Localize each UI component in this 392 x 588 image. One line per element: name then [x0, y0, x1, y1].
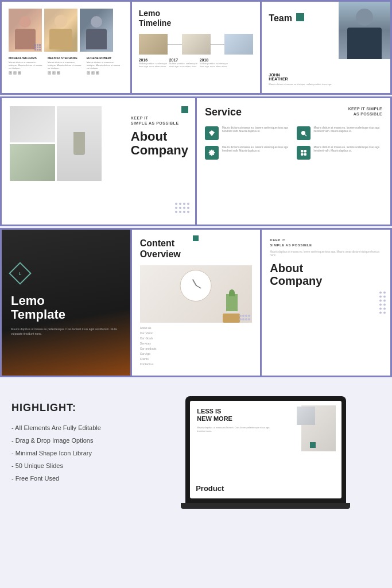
menu-item-products: Our products: [140, 347, 253, 350]
service-grid: Mauris dicitum at massa eu. laorere scel…: [205, 126, 382, 160]
social-tw[interactable]: t: [13, 71, 17, 75]
highlight-item-3-text: - Minimal Shape Icon Library: [11, 450, 92, 457]
highlight-section: HIGHLIGHT: - All Elements Are Fully Edit…: [0, 379, 392, 526]
service-item-1-text: Mauris dicitum at massa eu. laorere scel…: [222, 126, 291, 134]
screen-product-label: Product: [196, 484, 224, 493]
highlight-item-1-text: - All Elements Are Fully Editable: [11, 424, 101, 431]
timeline-card: LemoTimeline 2016 Nullam porttitor. scel…: [132, 2, 261, 93]
service-card: Service KEEP IT SIMPLEAS POSSIBLE Mauris…: [197, 98, 390, 225]
content-teal-square: [193, 235, 199, 241]
about-images: [10, 106, 102, 181]
menu-item-about: About us: [140, 326, 253, 330]
highlight-title: HIGHLIGHT:: [11, 402, 174, 414]
year-2018-desc: Nullam porttitor. scelerisque risus aga.…: [200, 62, 230, 68]
about-right-small: KEEP ITSIMPLE AS POSSIBLE: [270, 238, 382, 248]
service-item-1: Mauris dicitum at massa eu. laorere scel…: [205, 126, 291, 140]
person1-desc: Mauris dictum ut massa eu tristique. Mau…: [9, 61, 45, 70]
top-grid: MICHEAL WILLIAMS Mauris dictum ut massa …: [0, 0, 392, 95]
about-big-title: AboutCompany: [131, 130, 188, 157]
year-2018: 2018: [200, 58, 230, 62]
service-item-4-text: Mauris dicitum at massa eu. laorere scel…: [314, 146, 383, 153]
teal-accent-block: [296, 13, 304, 21]
social-fb[interactable]: f: [9, 71, 12, 75]
laptop-screen: LESS ISNEW MORE Mauris dapibus ut massa …: [190, 401, 341, 498]
laptop-frame: LESS ISNEW MORE Mauris dapibus ut massa …: [185, 396, 346, 503]
timeline-img3: [224, 34, 253, 55]
gear-icon: [205, 146, 219, 160]
person1-photo: [9, 9, 42, 52]
highlight-item-5: - Free Font Used: [11, 475, 174, 482]
service-item-2: Mauris dicitum at massa eu. laorere scel…: [297, 126, 383, 140]
service-item-2-text: Mauris dicitum at massa eu. laorere scel…: [314, 126, 383, 134]
highlight-left: HIGHLIGHT: - All Elements Are Fully Edit…: [11, 396, 174, 488]
svg-rect-4: [301, 153, 303, 156]
about-teal-square: [181, 106, 188, 113]
social-li3[interactable]: in: [96, 71, 99, 75]
lemo-desc: Mauris dapibus ut massa eu pellentesque.…: [11, 327, 121, 336]
lemo-letter: L: [19, 272, 21, 276]
search-icon: [297, 126, 311, 140]
social-li[interactable]: in: [18, 71, 21, 75]
lemo-dark-card: L LemoTemplate Mauris dapibus ut massa e…: [2, 230, 130, 376]
person3-name: EUGENE ROBERT: [87, 56, 123, 60]
year-2017-desc: Nullam porttitor. scelerisque risus aga.…: [169, 62, 200, 68]
year-2017: 2017: [169, 58, 200, 62]
about-small-text: KEEP ITSIMPLE AS POSSIBLE: [131, 115, 188, 127]
about-img3: [10, 144, 55, 181]
about-img1: [10, 106, 55, 143]
decorative-dots: [175, 203, 189, 213]
team-photos: [9, 9, 123, 52]
social-li2[interactable]: in: [57, 71, 60, 75]
person2-name: MELISSA STEPHANIE: [48, 56, 84, 60]
main-container: MICHEAL WILLIAMS Mauris dictum ut massa …: [0, 0, 392, 526]
highlight-list: - All Elements Are Fully Editable - Drag…: [11, 424, 174, 482]
team-members-card: MICHEAL WILLIAMS Mauris dictum ut massa …: [2, 2, 130, 93]
timeline-title: LemoTimeline: [139, 9, 254, 28]
content-menu: About us Our Vision Our Goals Services O…: [140, 326, 253, 366]
year-2016: 2016: [139, 58, 169, 62]
social-fb2[interactable]: f: [48, 71, 51, 75]
person2-photo: [44, 9, 77, 52]
svg-point-0: [301, 131, 305, 134]
lemo-title: LemoTemplate: [11, 294, 121, 322]
highlight-item-4: - 50 Unique Slides: [11, 462, 174, 469]
service-item-3: Mauris dicitum at massa eu. laorere scel…: [205, 146, 291, 160]
social-fb3[interactable]: f: [87, 71, 90, 75]
menu-item-services: Services: [140, 342, 253, 345]
person3-desc: Mauris dictum ut massa eu tristique. Mau…: [87, 61, 123, 70]
timeline-photos: [139, 34, 254, 55]
right-dots: [379, 291, 386, 314]
person3-photo: [80, 9, 113, 52]
year-2016-desc: Nullam porttitor. scelerisque risus aga.…: [139, 62, 169, 68]
middle-grid: KEEP ITSIMPLE AS POSSIBLE AboutCompany S…: [0, 96, 392, 226]
lemo-diamond: L: [9, 262, 32, 285]
about-text-area: KEEP ITSIMPLE AS POSSIBLE AboutCompany: [131, 115, 188, 158]
about-company-card: KEEP ITSIMPLE AS POSSIBLE AboutCompany: [2, 98, 195, 225]
screen-title: LESS ISNEW MORE: [197, 408, 277, 423]
highlight-item-2: - Drag & Drop Image Options: [11, 437, 174, 444]
menu-item-clients: Clients: [140, 357, 253, 361]
about-right-title: AboutCompany: [270, 262, 382, 287]
menu-item-vision: Our Vision: [140, 331, 253, 335]
service-item-4: Mauris dicitum at massa eu. laorere scel…: [297, 146, 383, 160]
highlight-item-3: - Minimal Shape Icon Library: [11, 450, 174, 457]
content-image: [140, 265, 253, 323]
highlight-item-2-text: - Drag & Drop Image Options: [11, 437, 93, 444]
laptop-base: [181, 503, 350, 509]
social-tw3[interactable]: t: [91, 71, 95, 75]
menu-item-goals: Our Goals: [140, 336, 253, 340]
timeline-img2: [182, 34, 211, 55]
service-subtitle: KEEP IT SIMPLEAS POSSIBLE: [348, 106, 382, 118]
bottom-grid: L LemoTemplate Mauris dapibus ut massa e…: [0, 228, 392, 377]
diamond-icon: [205, 126, 219, 140]
highlight-item-4-text: - 50 Unique Slides: [11, 462, 63, 469]
social-tw2[interactable]: t: [52, 71, 56, 75]
team-member-desc: Mauris dictum ut massa eu tristique. nul…: [269, 83, 383, 86]
timeline-years: 2016 Nullam porttitor. scelerisque risus…: [139, 58, 254, 68]
team-member-photo: [339, 2, 390, 59]
screen-small-image: [297, 407, 315, 425]
menu-item-app: Our App: [140, 352, 253, 355]
svg-rect-5: [304, 153, 306, 156]
about-right-desc: Mauris dapibus ut massa eu. lorem sceler…: [270, 250, 382, 258]
team-member-name: JOHNHEATHER: [269, 73, 383, 81]
